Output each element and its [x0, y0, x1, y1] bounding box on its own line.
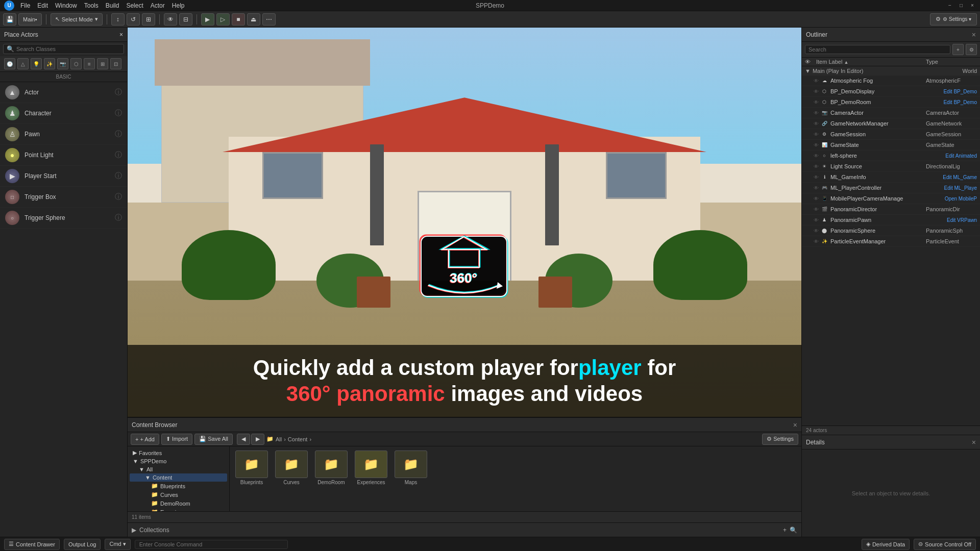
play-fwd-btn[interactable]: ▷ [216, 13, 230, 26]
save-all-btn[interactable]: 💾 Save All [194, 434, 233, 445]
character-info-icon[interactable]: ⓘ [115, 109, 122, 118]
derived-data-btn[interactable]: ◈ Derived Data [862, 539, 910, 550]
pawn-info-icon[interactable]: ⓘ [115, 130, 122, 139]
stop-btn[interactable]: ■ [232, 13, 245, 26]
vis-toggle[interactable]: 👁 [812, 184, 820, 192]
output-log-btn[interactable]: Output Log [64, 539, 101, 550]
volumes-btn[interactable]: ⬡ [70, 58, 82, 69]
vis-toggle[interactable]: 👁 [812, 162, 820, 170]
history-fwd-btn[interactable]: ▶ [251, 434, 264, 445]
visual-effects-btn[interactable]: ✨ [44, 58, 55, 69]
menu-actor[interactable]: Actor [151, 2, 165, 9]
cb-settings-btn[interactable]: ⚙ Settings [762, 434, 798, 445]
item-action[interactable]: Open MobileP [945, 196, 977, 202]
item-action[interactable]: Edit Animated [945, 153, 977, 159]
tree-item-all[interactable]: ▼ All [130, 465, 227, 473]
menu-edit[interactable]: Edit [37, 2, 48, 9]
file-curves[interactable]: 📁 Curves [274, 450, 309, 485]
point-light-info-icon[interactable]: ⓘ [115, 151, 122, 160]
tree-item-demoroom[interactable]: 📁 DemoRoom [130, 499, 227, 508]
outliner-item-ml-gameinfo[interactable]: 👁 ℹ ML_GameInfo Edit ML_Game [802, 172, 980, 183]
console-command-input[interactable] [135, 540, 288, 549]
vis-toggle[interactable]: 👁 [812, 141, 820, 149]
rotate-btn[interactable]: ↺ [127, 13, 140, 26]
actor-item-actor[interactable]: ▲ Actor ⓘ [0, 82, 127, 103]
outliner-item-bp-demodisplay[interactable]: 👁 ⬡ BP_DemoDisplay Edit BP_Demo [802, 86, 980, 97]
vis-toggle[interactable]: 👁 [812, 173, 820, 181]
transform-btn[interactable]: ↕ [111, 13, 125, 26]
actor-item-point-light[interactable]: ● Point Light ⓘ [0, 145, 127, 166]
item-action[interactable]: Edit BP_Demo [943, 99, 977, 105]
grid-btn[interactable]: ⊞ [97, 58, 108, 69]
camera-btn[interactable]: 📷 [57, 58, 68, 69]
outliner-close-btn[interactable]: × [972, 31, 976, 39]
tree-item-curves[interactable]: 📁 Curves [130, 490, 227, 499]
outliner-item-gamestate[interactable]: 👁 📊 GameState GameState [802, 140, 980, 151]
outliner-item-gamesession[interactable]: 👁 ⚙ GameSession GameSession [802, 129, 980, 140]
add-btn[interactable]: + + Add [131, 434, 159, 445]
outliner-item-camera-actor[interactable]: 👁 📷 CameraActor CameraActor [802, 108, 980, 118]
vis-toggle[interactable]: 👁 [812, 87, 820, 95]
collections-arrow[interactable]: ▶ [132, 527, 136, 534]
outliner-item-panoramic-pawn[interactable]: 👁 ♟ PanoramicPawn Edit VRPawn [802, 215, 980, 226]
tree-item-sppdemo[interactable]: ▼ SPPDemo [130, 457, 227, 465]
actor-item-pawn[interactable]: ♙ Pawn ⓘ [0, 124, 127, 145]
vis-toggle[interactable]: 👁 [812, 77, 820, 85]
shapes-btn[interactable]: △ [17, 58, 29, 69]
outliner-item-mobile-camera[interactable]: 👁 📱 MobilePlayerCameraManage Open Mobile… [802, 193, 980, 204]
vis-toggle[interactable]: 👁 [812, 109, 820, 117]
close-btn[interactable]: × [969, 2, 976, 9]
outliner-item-left-sphere[interactable]: 👁 ○ left-sphere Edit Animated [802, 151, 980, 161]
outliner-add-btn[interactable]: + [952, 44, 964, 55]
outliner-item-panoramic-director[interactable]: 👁 🎬 PanoramicDirector PanoramicDir [802, 204, 980, 215]
actor-item-player-start[interactable]: ▶ Player Start ⓘ [0, 166, 127, 187]
vis-toggle[interactable]: 👁 [812, 152, 820, 160]
actor-item-trigger-sphere[interactable]: ○ Trigger Sphere ⓘ [0, 208, 127, 229]
item-action[interactable]: Edit ML_Game [943, 174, 977, 180]
vis-toggle[interactable]: 👁 [812, 119, 820, 128]
content-drawer-btn[interactable]: ☰ Content Drawer [4, 539, 60, 550]
more-actors-btn[interactable]: ⊡ [110, 58, 121, 69]
play-btn[interactable]: ▶ [201, 13, 214, 26]
more-btn[interactable]: ⋯ [262, 13, 276, 26]
main-tab[interactable]: Main• [18, 13, 42, 26]
menu-select[interactable]: Select [126, 2, 143, 9]
lights-btn[interactable]: 💡 [31, 58, 42, 69]
trigger-sphere-info-icon[interactable]: ⓘ [115, 213, 122, 222]
item-action[interactable]: Edit ML_Playe [944, 185, 977, 191]
menu-window[interactable]: Window [55, 2, 77, 9]
source-control-btn[interactable]: ⊝ Source Control Off [914, 539, 976, 550]
vis-toggle[interactable]: 👁 [812, 237, 820, 245]
file-experiences[interactable]: 📁 Experiences [353, 450, 389, 485]
maximize-btn[interactable]: □ [958, 2, 965, 9]
menu-help[interactable]: Help [172, 2, 185, 9]
snap-btn[interactable]: ⊟ [179, 13, 192, 26]
eject-btn[interactable]: ⏏ [247, 13, 260, 26]
outliner-item-light-source[interactable]: 👁 ☀ Light Source DirectionalLig [802, 161, 980, 172]
file-maps[interactable]: 📁 Maps [393, 450, 429, 485]
vis-toggle[interactable]: 👁 [812, 194, 820, 203]
file-blueprints[interactable]: 📁 Blueprints [234, 450, 270, 485]
import-btn[interactable]: ⬆ Import [161, 434, 192, 445]
trigger-box-info-icon[interactable]: ⓘ [115, 192, 122, 202]
history-back-btn[interactable]: ◀ [237, 434, 250, 445]
vis-toggle[interactable]: 👁 [812, 227, 820, 235]
file-demoroom[interactable]: 📁 DemoRoom [313, 450, 349, 485]
collections-search-btn[interactable]: 🔍 [790, 527, 797, 534]
col-item-label[interactable]: Item Label ▲ [816, 59, 924, 65]
outliner-item-gamenetworkmanager[interactable]: 👁 🔗 GameNetworkManager GameNetwork [802, 118, 980, 129]
tree-item-content[interactable]: ▼ Content [130, 473, 227, 482]
menu-build[interactable]: Build [106, 2, 119, 9]
outliner-item-particle-event[interactable]: 👁 ✨ ParticleEventManager ParticleEvent [802, 236, 980, 247]
vis-toggle[interactable]: 👁 [812, 98, 820, 106]
vis-toggle[interactable]: 👁 [812, 216, 820, 224]
tree-item-favorites[interactable]: ▶ Favorites [130, 448, 227, 457]
collections-add-btn[interactable]: + [783, 527, 787, 534]
search-classes-input[interactable] [16, 46, 120, 52]
select-mode-btn[interactable]: ↖ Select Mode ▾ [51, 13, 103, 26]
actor-item-character[interactable]: ♟ Character ⓘ [0, 103, 127, 124]
tree-world-section[interactable]: ▼ Main (Play In Editor) World [802, 66, 980, 76]
menu-tools[interactable]: Tools [84, 2, 99, 9]
viewport-panel[interactable]: 360° 360° 360° Quickly [128, 28, 801, 417]
vis-toggle[interactable]: 👁 [812, 130, 820, 138]
